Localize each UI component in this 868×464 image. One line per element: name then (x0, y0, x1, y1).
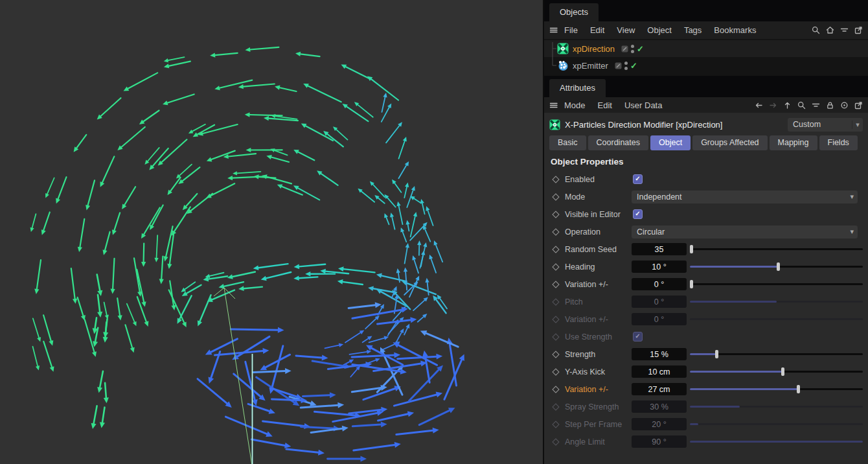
tab-fields[interactable]: Fields (819, 135, 858, 150)
slider-variation[interactable] (690, 385, 863, 393)
enabled-check-icon[interactable]: ✓ (630, 61, 637, 71)
3d-viewport[interactable] (0, 0, 543, 464)
slider-fill (690, 301, 777, 303)
dropdown-mode[interactable]: Independent▾ (632, 191, 858, 203)
menu-item-user-data[interactable]: User Data (624, 100, 663, 110)
slider-track[interactable] (690, 423, 863, 425)
tab-attributes[interactable]: Attributes (549, 79, 606, 97)
dropdown-operation[interactable]: Circular▾ (632, 226, 858, 238)
checkbox-enabled[interactable]: ✓ (633, 174, 643, 184)
slider-variation[interactable] (690, 280, 863, 288)
forward-icon[interactable] (769, 101, 777, 110)
keyframe-diamond-icon[interactable] (553, 212, 565, 217)
menu-item-mode[interactable]: Mode (564, 100, 586, 110)
slider-handle[interactable] (781, 367, 784, 376)
keyframe-diamond-icon[interactable] (553, 317, 565, 322)
tab-object[interactable]: Object (650, 135, 691, 150)
value-field-pitch[interactable]: 0 ° (632, 296, 687, 308)
tree-item-xpemitter[interactable]: xpEmitter✓ (544, 57, 868, 74)
keyframe-diamond-icon[interactable] (553, 369, 565, 375)
slider-track[interactable] (690, 283, 863, 285)
up-icon[interactable] (783, 101, 792, 110)
slider-pitch[interactable] (690, 297, 863, 306)
slider-variation[interactable] (690, 315, 863, 323)
keyframe-diamond-icon[interactable] (553, 352, 565, 357)
keyframe-diamond-icon[interactable] (553, 282, 565, 287)
keyframe-diamond-icon[interactable] (553, 177, 565, 182)
menu-item-object[interactable]: Object (647, 25, 672, 35)
keyframe-diamond-icon[interactable] (553, 299, 565, 305)
row-variation-6: Variation +/-0 ° (549, 275, 863, 293)
menu-item-view[interactable]: View (617, 25, 635, 35)
value-field-step-per-frame[interactable]: 20 ° (632, 418, 687, 430)
slider-fill (690, 441, 863, 443)
value-field-variation[interactable]: 0 ° (632, 278, 687, 290)
hamburger-menu-icon[interactable] (549, 26, 558, 34)
keyframe-diamond-icon[interactable] (553, 422, 565, 427)
slider-spray-strength[interactable] (690, 402, 863, 411)
tab-basic[interactable]: Basic (549, 135, 586, 150)
row-operation-3: OperationCircular▾ (549, 223, 863, 240)
tab-mapping[interactable]: Mapping (770, 135, 817, 150)
keyframe-diamond-icon[interactable] (553, 229, 565, 235)
tab-objects[interactable]: Objects (549, 3, 599, 21)
value-field-heading[interactable]: 10 ° (632, 261, 687, 273)
search-icon[interactable] (812, 26, 820, 34)
slider-handle[interactable] (797, 385, 800, 393)
preset-value: Custom (788, 120, 852, 129)
hamburger-menu-icon[interactable] (549, 101, 558, 110)
slider-handle[interactable] (715, 350, 718, 358)
slider-handle[interactable] (777, 262, 780, 271)
menu-item-file[interactable]: File (564, 25, 578, 35)
keyframe-diamond-icon[interactable] (553, 387, 565, 392)
value-field-variation[interactable]: 0 ° (632, 313, 687, 325)
slider-y-axis-kick[interactable] (690, 367, 863, 376)
search-icon[interactable] (797, 101, 806, 110)
slider-handle[interactable] (690, 245, 693, 253)
value-field-strength[interactable]: 15 % (632, 348, 687, 360)
value-field-angle-limit[interactable]: 90 ° (632, 435, 687, 448)
slider-heading[interactable] (690, 262, 863, 271)
keyframe-diamond-icon[interactable] (553, 334, 565, 340)
filter-icon[interactable] (812, 101, 820, 110)
lock-icon[interactable] (826, 101, 834, 110)
layer-icon[interactable] (621, 45, 628, 52)
home-icon[interactable] (826, 26, 834, 34)
slider-track[interactable] (690, 248, 863, 250)
slider-step-per-frame[interactable] (690, 420, 863, 428)
slider-angle-limit[interactable] (690, 437, 863, 446)
menu-item-edit[interactable]: Edit (598, 100, 612, 110)
target-icon[interactable] (840, 101, 849, 110)
checkbox-use-strength[interactable]: ✓ (633, 332, 643, 342)
attributes-tabstrip: Attributes (544, 76, 868, 97)
tab-groups-affected[interactable]: Groups Affected (692, 135, 767, 150)
slider-strength[interactable] (690, 350, 863, 358)
preset-dropdown[interactable]: Custom ▾ (788, 118, 863, 132)
visibility-dots-icon[interactable] (630, 44, 635, 54)
slider-track[interactable] (690, 318, 863, 320)
checkbox-visible-in-editor[interactable]: ✓ (633, 209, 643, 219)
layer-icon[interactable] (615, 62, 622, 69)
menu-item-tags[interactable]: Tags (684, 25, 702, 35)
menu-item-bookmarks[interactable]: Bookmarks (714, 25, 756, 35)
value-field-spray-strength[interactable]: 30 % (632, 400, 687, 413)
tree-item-xpdirection[interactable]: xpDirection✓ (544, 40, 868, 57)
popout-icon[interactable] (854, 26, 863, 34)
slider-handle[interactable] (690, 280, 693, 288)
value-field-y-axis-kick[interactable]: 10 cm (632, 365, 687, 378)
keyframe-diamond-icon[interactable] (553, 404, 565, 410)
popout-icon[interactable] (854, 101, 863, 110)
value-field-variation[interactable]: 27 cm (632, 383, 687, 395)
keyframe-diamond-icon[interactable] (553, 247, 565, 252)
keyframe-diamond-icon[interactable] (553, 439, 565, 445)
keyframe-diamond-icon[interactable] (553, 194, 565, 200)
slider-random-seed[interactable] (690, 245, 863, 253)
value-field-random-seed[interactable]: 35 (632, 243, 687, 255)
menu-item-edit[interactable]: Edit (590, 25, 604, 35)
enabled-check-icon[interactable]: ✓ (637, 44, 644, 54)
visibility-dots-icon[interactable] (624, 61, 628, 71)
back-icon[interactable] (755, 101, 763, 110)
tab-coordinates[interactable]: Coordinates (588, 135, 648, 150)
filter-icon[interactable] (840, 26, 849, 34)
keyframe-diamond-icon[interactable] (553, 264, 565, 270)
